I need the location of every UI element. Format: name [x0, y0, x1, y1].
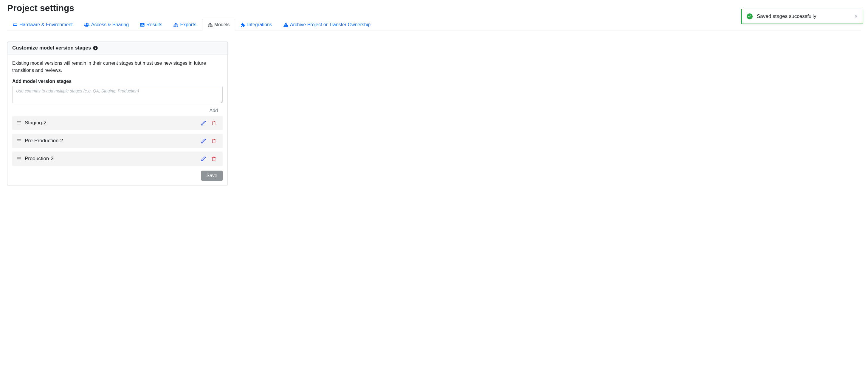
- tab-label: Archive Project or Transfer Ownership: [290, 22, 371, 27]
- success-toast: Saved stages successfully: [741, 9, 863, 24]
- panel-header: Customize model version stages: [7, 41, 227, 55]
- tab-label: Exports: [180, 22, 196, 27]
- stage-row: Pre-Production-2: [12, 134, 223, 148]
- panel-title: Customize model version stages: [12, 45, 91, 51]
- tabs-bar: Hardware & Environment Access & Sharing …: [7, 19, 861, 30]
- tab-models[interactable]: Models: [202, 19, 236, 30]
- stages-form-label: Add model version stages: [12, 79, 223, 84]
- stage-name: Staging-2: [25, 120, 197, 126]
- sitemap-icon: [208, 23, 213, 27]
- users-icon: [84, 23, 89, 27]
- close-icon[interactable]: [854, 14, 858, 19]
- sitemap-icon: [174, 23, 178, 27]
- puzzle-icon: [241, 23, 245, 27]
- delete-stage-button[interactable]: [211, 138, 216, 143]
- stage-row: Staging-2: [12, 116, 223, 130]
- delete-stage-button[interactable]: [211, 120, 216, 125]
- save-button[interactable]: Save: [201, 171, 223, 181]
- stage-name: Pre-Production-2: [25, 138, 197, 144]
- tab-label: Access & Sharing: [91, 22, 129, 27]
- page-title: Project settings: [7, 3, 861, 13]
- panel-description: Existing model versions will remain in t…: [12, 60, 223, 74]
- add-button[interactable]: Add: [210, 108, 218, 113]
- hardware-icon: [13, 23, 18, 27]
- tab-label: Results: [146, 22, 162, 27]
- info-icon[interactable]: [93, 46, 98, 50]
- chart-icon: [140, 23, 145, 27]
- warning-icon: [283, 23, 288, 27]
- stage-row: Production-2: [12, 151, 223, 166]
- drag-handle-icon[interactable]: [17, 139, 21, 143]
- toast-message: Saved stages successfully: [757, 13, 850, 19]
- stage-list: Staging-2 Pre-Production-2: [12, 116, 223, 166]
- tab-access-sharing[interactable]: Access & Sharing: [79, 19, 134, 30]
- stages-input[interactable]: [12, 86, 223, 103]
- tab-label: Models: [214, 22, 230, 27]
- tab-hardware-environment[interactable]: Hardware & Environment: [7, 19, 79, 30]
- edit-stage-button[interactable]: [201, 120, 206, 125]
- stage-name: Production-2: [25, 156, 197, 162]
- delete-stage-button[interactable]: [211, 156, 216, 161]
- tab-label: Hardware & Environment: [20, 22, 73, 27]
- drag-handle-icon[interactable]: [17, 157, 21, 161]
- edit-stage-button[interactable]: [201, 138, 206, 143]
- check-icon: [747, 13, 753, 19]
- tab-archive-transfer[interactable]: Archive Project or Transfer Ownership: [278, 19, 376, 30]
- tab-exports[interactable]: Exports: [168, 19, 202, 30]
- drag-handle-icon[interactable]: [17, 121, 21, 125]
- edit-stage-button[interactable]: [201, 156, 206, 161]
- tab-results[interactable]: Results: [134, 19, 168, 30]
- tab-integrations[interactable]: Integrations: [235, 19, 278, 30]
- tab-label: Integrations: [247, 22, 272, 27]
- customize-stages-panel: Customize model version stages Existing …: [7, 41, 228, 186]
